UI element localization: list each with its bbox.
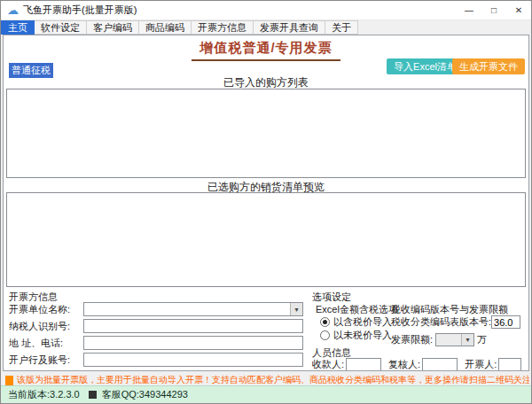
version-row: 税收分类编码表版本号:	[391, 315, 520, 329]
radio-with-tax-label: 以含税价导入	[333, 315, 392, 329]
page-title: 增值税普通/专用发票	[192, 40, 340, 61]
version-input[interactable]	[491, 315, 520, 329]
limit-label: 发票限额:	[391, 333, 433, 346]
address-label: 地 址、电话:	[9, 337, 83, 350]
payee-input[interactable]	[346, 358, 381, 371]
menu-item-settings[interactable]: 软件设定	[35, 20, 87, 35]
buyer-listbox[interactable]	[6, 89, 526, 178]
notice-text: 该版为批量开票版，主要用于批量自动导入开票！支持自动匹配客户编码、商品税收分类编…	[17, 374, 529, 386]
chevron-down-icon[interactable]: ▾	[461, 334, 473, 346]
seller-name-input[interactable]	[83, 302, 303, 316]
radio-checked-icon[interactable]	[320, 317, 330, 327]
limit-combobox[interactable]: ▾	[435, 333, 474, 346]
title-bar: ☁ 飞鱼开票助手(批量开票版) — □ ✕	[1, 1, 531, 20]
seller-name-combobox[interactable]: ▾	[83, 302, 303, 316]
app-cloud-icon: ☁	[7, 4, 19, 17]
radio-with-tax[interactable]: 以含税价导入	[320, 315, 392, 329]
radio-dot	[323, 320, 327, 324]
personnel-row: 收款人: 复核人: 开票人:	[312, 358, 521, 371]
taxcode-section-title: 税收编码版本号与发票限额	[391, 303, 508, 316]
limit-unit-label: 万	[477, 333, 487, 346]
menu-item-about[interactable]: 关于	[325, 20, 358, 35]
close-icon[interactable]: ✕	[506, 1, 531, 19]
tax-id-label: 纳税人识别号:	[9, 320, 83, 333]
radio-unchecked-icon[interactable]	[320, 330, 330, 340]
main-panel: 增值税普通/专用发票 普通征税 导入Excel清单 生成开票文件 已导入的购方列…	[3, 35, 529, 371]
drawer-input[interactable]	[498, 358, 521, 371]
notice-icon	[5, 376, 13, 385]
seller-name-label: 开票单位名称:	[9, 303, 83, 316]
menu-item-customer-codes[interactable]: 客户编码	[87, 20, 139, 35]
reviewer-label: 复核人:	[388, 358, 420, 371]
tax-id-row: 纳税人识别号:	[9, 319, 303, 333]
payee-label: 收款人:	[312, 358, 344, 371]
menu-item-product-codes[interactable]: 商品编码	[139, 20, 192, 35]
excel-tax-option-label: Excel金额含税选项	[316, 303, 398, 316]
generate-file-button[interactable]: 生成开票文件	[452, 58, 525, 74]
minimize-icon[interactable]: —	[457, 1, 481, 19]
version-label: 税收分类编码表版本号:	[391, 315, 491, 329]
status-bar: 当前版本:3.2.3.0 客服QQ:349344293	[1, 385, 531, 403]
menu-bar: 主页 软件设定 客户编码 商品编码 开票方信息 发票开具查询 关于	[1, 20, 531, 35]
window-title: 飞鱼开票助手(批量开票版)	[23, 4, 137, 17]
maximize-icon[interactable]: □	[481, 1, 506, 19]
sales-preview-listbox[interactable]	[6, 192, 526, 287]
radio-without-tax[interactable]: 以未税价导入	[320, 329, 392, 342]
version-text: 当前版本:3.2.3.0	[8, 388, 80, 401]
limit-row: 发票限额: ▾ 万	[391, 333, 487, 346]
address-input[interactable]	[83, 336, 303, 350]
seller-name-row: 开票单位名称: ▾	[9, 302, 303, 316]
tax-id-input[interactable]	[83, 319, 303, 333]
qq-text: 客服QQ:349344293	[102, 388, 188, 401]
menu-item-issuer-info[interactable]: 开票方信息	[192, 20, 254, 35]
menu-item-invoice-query[interactable]: 发票开具查询	[254, 20, 325, 35]
options-title: 选项设定	[312, 291, 351, 304]
address-row: 地 址、电话:	[9, 336, 303, 350]
bank-label: 开户行及账号:	[9, 354, 83, 367]
bank-input[interactable]	[83, 353, 303, 367]
chevron-down-icon[interactable]: ▾	[290, 303, 302, 315]
bank-row: 开户行及账号:	[9, 353, 303, 367]
drawer-label: 开票人:	[465, 358, 497, 371]
window-controls: — □ ✕	[457, 1, 531, 19]
qq-icon	[89, 391, 97, 399]
app-window: ☁ 飞鱼开票助手(批量开票版) — □ ✕ 主页 软件设定 客户编码 商品编码 …	[0, 0, 532, 404]
radio-without-tax-label: 以未税价导入	[333, 329, 392, 342]
menu-item-home[interactable]: 主页	[1, 20, 35, 35]
reviewer-input[interactable]	[422, 358, 458, 371]
